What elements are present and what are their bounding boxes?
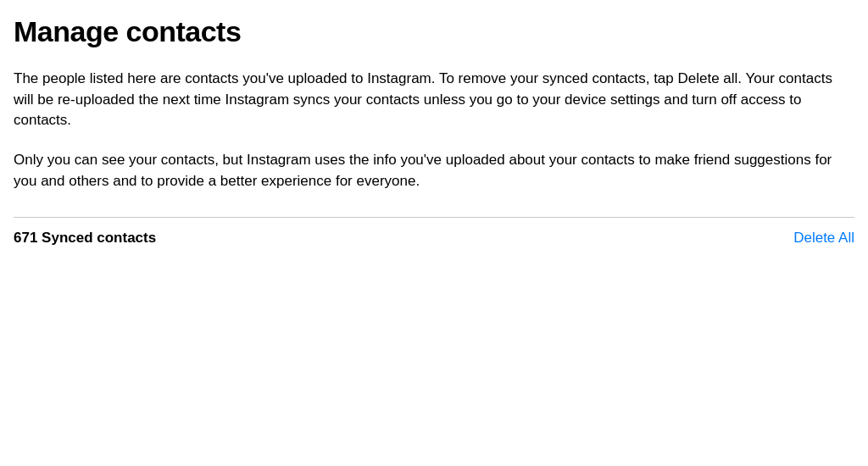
- page-title: Manage contacts: [14, 15, 854, 48]
- synced-count-label: 671 Synced contacts: [14, 230, 156, 247]
- description-text-2: Only you can see your contacts, but Inst…: [14, 150, 854, 191]
- page-container: Manage contacts The people listed here a…: [0, 0, 868, 247]
- description-text-1: The people listed here are contacts you'…: [14, 69, 854, 131]
- description-block-2: Only you can see your contacts, but Inst…: [14, 150, 854, 191]
- footer-row: 671 Synced contacts Delete All: [14, 217, 854, 247]
- delete-all-button[interactable]: Delete All: [793, 230, 854, 247]
- description-block-1: The people listed here are contacts you'…: [14, 69, 854, 131]
